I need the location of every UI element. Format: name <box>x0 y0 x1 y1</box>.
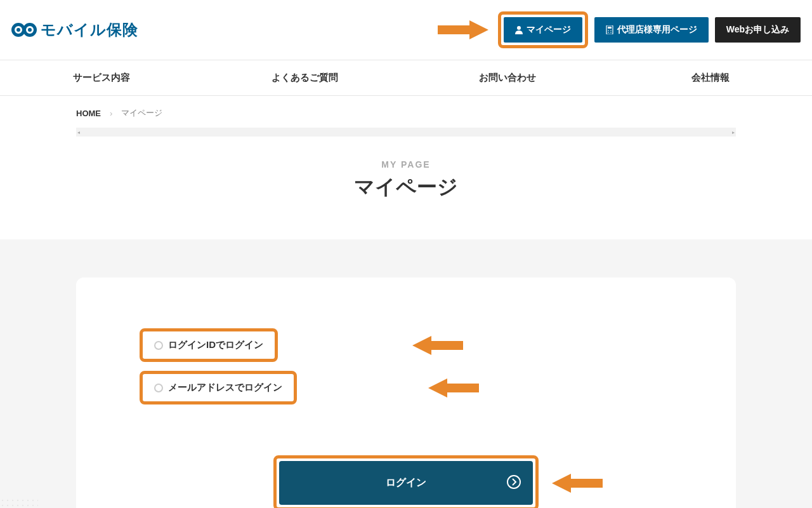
agent-page-button-label: 代理店様専用ページ <box>617 24 697 36</box>
decorative-dots <box>0 498 38 508</box>
highlight-box: メールアドレスでログイン <box>140 371 297 404</box>
mypage-button[interactable]: マイページ <box>504 17 582 43</box>
radio-icon <box>154 384 163 392</box>
login-method-id-label: ログインIDでログイン <box>168 339 263 351</box>
logo-text: モバイル保険 <box>41 20 138 40</box>
page-title: MY PAGE マイページ <box>0 159 812 201</box>
svg-marker-8 <box>412 336 463 355</box>
scroll-indicator[interactable]: ◂ ▸ <box>76 128 736 137</box>
agent-page-button[interactable]: 代理店様専用ページ <box>594 17 709 43</box>
page-title-jp: マイページ <box>0 173 812 201</box>
highlight-box: マイページ <box>498 11 588 48</box>
logo[interactable]: モバイル保険 <box>11 20 138 40</box>
user-icon <box>515 25 523 34</box>
svg-marker-9 <box>428 378 479 398</box>
web-apply-button[interactable]: Webお申し込み <box>715 17 801 43</box>
svg-point-10 <box>508 476 520 488</box>
svg-rect-3 <box>608 27 612 29</box>
svg-point-4 <box>608 30 609 31</box>
svg-marker-0 <box>438 20 488 39</box>
chevron-right-icon: ▸ <box>732 130 735 135</box>
nav-item-contact[interactable]: お問い合わせ <box>406 60 609 95</box>
login-method-id-radio[interactable]: ログインIDでログイン <box>145 334 272 356</box>
svg-point-1 <box>517 26 521 30</box>
annotation-arrow-icon <box>412 336 463 355</box>
login-card: ログインIDでログイン メールアドレスでログイン ログイン <box>76 277 736 508</box>
web-apply-button-label: Webお申し込み <box>726 24 789 36</box>
breadcrumb-current: マイページ <box>121 107 162 119</box>
svg-point-5 <box>610 30 612 31</box>
header-buttons: マイページ 代理店様専用ページ Webお申し込み <box>498 11 801 48</box>
login-button[interactable]: ログイン <box>279 461 533 505</box>
svg-point-6 <box>608 32 609 33</box>
highlight-box: ログインIDでログイン <box>140 328 278 362</box>
annotation-arrow-icon <box>438 20 488 39</box>
chevron-right-icon: › <box>110 109 112 118</box>
login-method-email-radio[interactable]: メールアドレスでログイン <box>145 377 291 399</box>
main-nav: サービス内容 よくあるご質問 お問い合わせ 会社情報 <box>0 60 812 96</box>
logo-icon <box>11 23 37 37</box>
login-button-label: ログイン <box>386 476 426 490</box>
arrow-right-circle-icon <box>506 474 521 492</box>
chevron-left-icon: ◂ <box>77 130 80 135</box>
login-section: ログインIDでログイン メールアドレスでログイン ログイン <box>0 239 812 508</box>
nav-item-service[interactable]: サービス内容 <box>0 60 203 95</box>
login-method-email-label: メールアドレスでログイン <box>168 382 282 394</box>
nav-item-company[interactable]: 会社情報 <box>609 60 812 95</box>
breadcrumb-home[interactable]: HOME <box>76 109 101 118</box>
annotation-arrow-icon <box>428 378 479 398</box>
calculator-icon <box>606 25 613 34</box>
header: モバイル保険 マイページ 代理店様専用ページ Webお申し込み <box>0 0 812 60</box>
breadcrumb: HOME › マイページ <box>76 96 736 125</box>
page-title-en: MY PAGE <box>0 159 812 170</box>
highlight-box: ログイン <box>273 455 539 508</box>
annotation-arrow-icon <box>552 474 603 493</box>
mypage-button-label: マイページ <box>527 24 571 36</box>
svg-point-7 <box>610 32 612 33</box>
radio-icon <box>154 341 163 350</box>
svg-marker-11 <box>552 474 603 493</box>
nav-item-faq[interactable]: よくあるご質問 <box>203 60 406 95</box>
